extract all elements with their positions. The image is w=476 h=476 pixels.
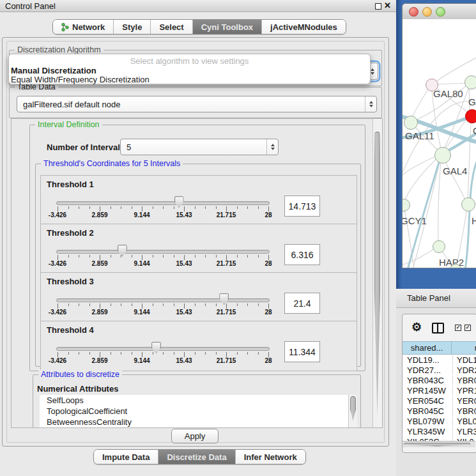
slider-tick-label: 21.715 <box>206 211 247 219</box>
slider-tick <box>100 255 100 260</box>
tab-jactivemnodules[interactable]: jActiveMNodules <box>261 20 346 34</box>
table-horizontal-scrollbar[interactable] <box>403 441 475 447</box>
slider-tick-label: 28 <box>248 309 289 316</box>
network-icon <box>61 22 69 32</box>
table-cell: YBL0 <box>452 417 476 426</box>
algorithm-option-manual-discretization[interactable]: Manual Discretization <box>11 66 96 75</box>
slider-tick <box>195 303 196 306</box>
slider-tick <box>111 352 111 355</box>
slider-tick <box>79 255 79 257</box>
network-node-label: GCY1 <box>403 215 427 226</box>
numerical-attributes-list[interactable]: SelfLoopsTopologicalCoefficientBetweenne… <box>40 395 357 428</box>
threshold-slider-track[interactable] <box>56 250 270 254</box>
tab-discretize-data[interactable]: Discretize Data <box>158 450 234 464</box>
attribute-item-topologicalcoefficient[interactable]: TopologicalCoefficient <box>40 406 357 417</box>
columns-icon[interactable] <box>432 323 444 334</box>
threshold-value-field[interactable]: 14.713 <box>284 196 320 217</box>
close-traffic-light-icon[interactable] <box>409 7 418 17</box>
network-canvas[interactable]: GAL80GACGAL11GAL4GCY1HHAP2 <box>403 19 476 268</box>
table-cell: YLR345W <box>403 427 452 436</box>
table-row[interactable]: YPR145WYPR1 <box>403 385 476 395</box>
threshold-slider-thumb[interactable] <box>118 245 127 256</box>
table-cell: YDR27... <box>403 365 452 375</box>
slider-tick <box>121 303 121 306</box>
slider-tick <box>205 206 206 209</box>
threshold-slider-thumb[interactable] <box>174 196 184 208</box>
slider-tick <box>111 303 111 306</box>
threshold-slider-thumb[interactable] <box>219 293 229 305</box>
table-row[interactable]: YER054CYER0 <box>403 395 476 406</box>
threshold-slider-track[interactable] <box>56 347 270 351</box>
gear-icon[interactable]: ⚙ <box>411 320 422 334</box>
table-row[interactable]: YDR27...YDR2 <box>403 365 476 375</box>
number-of-intervals-combobox[interactable]: 5 <box>120 139 279 155</box>
zoom-traffic-light-icon[interactable] <box>436 7 445 17</box>
table-header-row: shared...na <box>403 341 476 355</box>
threshold-value-field[interactable]: 11.344 <box>284 341 320 362</box>
table-row[interactable]: YBR043CYBR0 <box>403 375 476 385</box>
tab-label: Impute Data <box>102 450 150 464</box>
attribute-item-betweennesscentrality[interactable]: BetweennessCentrality <box>40 417 357 427</box>
slider-tick <box>226 255 227 260</box>
checkbox-icon[interactable]: ✓ <box>464 325 471 331</box>
table-column-header-shared[interactable]: shared... <box>403 341 452 355</box>
network-node-ga[interactable] <box>464 75 476 89</box>
network-node-h[interactable] <box>461 197 475 211</box>
table-column-header-na[interactable]: na <box>452 341 476 355</box>
settings-scrollbar[interactable] <box>372 119 382 427</box>
slider-tick <box>247 206 248 209</box>
tab-network[interactable]: Network <box>53 20 113 34</box>
table-cell: YDL19... <box>403 355 452 365</box>
slider-tick <box>142 206 142 211</box>
slider-tick <box>237 352 238 355</box>
network-node-hap2[interactable] <box>433 240 445 253</box>
tab-infer-network[interactable]: Infer Network <box>235 450 305 464</box>
numerical-attributes-heading: Numerical Attributes <box>37 384 118 394</box>
apply-button[interactable]: Apply <box>171 429 219 443</box>
slider-tick <box>121 255 121 257</box>
table-cell: YPR1 <box>452 386 476 395</box>
threshold-value-field[interactable]: 21.4 <box>284 293 320 314</box>
slider-tick <box>163 303 164 306</box>
tab-style[interactable]: Style <box>113 20 150 34</box>
slider-tick-label: 2.859 <box>79 309 120 316</box>
table-row[interactable]: YDL19...YDL1 <box>403 355 476 365</box>
network-node-label: GAL11 <box>405 130 434 141</box>
tab-impute-data[interactable]: Impute Data <box>94 450 158 464</box>
slider-tick <box>184 303 185 309</box>
table-row[interactable]: YIL052CYIL0 <box>403 436 476 441</box>
network-node-gal11[interactable] <box>404 116 418 130</box>
slider-tick <box>268 352 269 357</box>
checkbox-icon[interactable]: ✓ <box>455 325 461 331</box>
table-row[interactable]: YLR345WYLR3 <box>403 426 476 436</box>
slider-tick-label: -3.426 <box>37 357 78 364</box>
float-window-icon[interactable] <box>375 3 381 10</box>
slider-tick <box>121 352 121 355</box>
minimize-traffic-light-icon[interactable] <box>422 7 432 17</box>
threshold-value-field[interactable]: 6.316 <box>284 244 320 265</box>
network-node-c[interactable] <box>465 109 476 123</box>
algorithm-option-equal-width-frequency-discretization[interactable]: Equal Width/Frequency Discretization <box>11 75 150 84</box>
table-row[interactable]: YBR045CYBR0 <box>403 406 476 416</box>
bottom-tab-bar: Impute DataDiscretize DataInfer Network <box>93 449 306 464</box>
slider-tick <box>205 303 206 306</box>
attributes-list-scrollbar[interactable] <box>348 395 357 428</box>
tab-select[interactable]: Select <box>150 20 192 34</box>
slider-tick <box>268 255 269 260</box>
network-window: GAL80GACGAL11GAL4GCY1HHAP2 <box>402 3 476 268</box>
close-icon[interactable]: ✕ <box>384 1 391 10</box>
threshold-row-2: Threshold 2-3.4262.8599.14415.4321.71528… <box>40 224 357 274</box>
attribute-item-selfloops[interactable]: SelfLoops <box>40 395 357 406</box>
table-data-combobox[interactable]: galFiltered.sif default node <box>17 96 377 112</box>
table-row[interactable]: YBL079WYBL0 <box>403 416 476 426</box>
slider-tick <box>132 303 132 306</box>
slider-tick <box>258 303 259 306</box>
slider-tick <box>58 303 58 309</box>
tab-cyni-toolbox[interactable]: Cyni Toolbox <box>192 20 261 34</box>
network-node-gal4[interactable] <box>434 147 451 164</box>
apply-button-label: Apply <box>185 431 206 441</box>
threshold-slider-track[interactable] <box>56 201 270 205</box>
slider-tick <box>111 255 111 257</box>
threshold-slider-track[interactable] <box>56 298 270 302</box>
slider-tick <box>174 255 174 257</box>
